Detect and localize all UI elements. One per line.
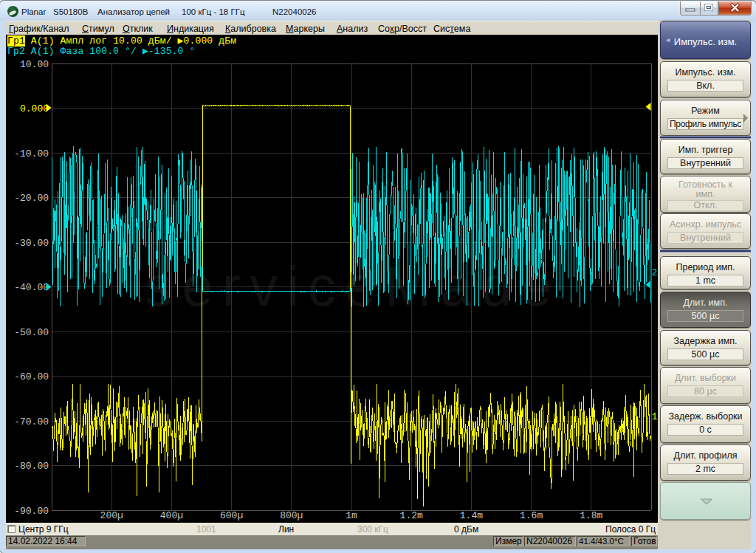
svg-text:1m: 1m xyxy=(346,510,357,521)
svg-text:10.00: 10.00 xyxy=(20,59,49,70)
svg-text:1.4m: 1.4m xyxy=(460,510,483,521)
svg-text:-40.00: -40.00 xyxy=(14,282,49,293)
svg-text:-70.00: -70.00 xyxy=(14,416,49,427)
svg-text:-60.00: -60.00 xyxy=(14,371,49,382)
svg-text:0.000: 0.000 xyxy=(20,103,49,114)
svg-text:-10.00: -10.00 xyxy=(14,148,49,159)
svg-text:1.8m: 1.8m xyxy=(580,510,602,521)
svg-text:-50.00: -50.00 xyxy=(14,327,49,338)
svg-text:200µ: 200µ xyxy=(100,510,123,521)
svg-text:1.6m: 1.6m xyxy=(520,510,543,521)
svg-text:1.2m: 1.2m xyxy=(400,510,423,521)
svg-text:-30.00: -30.00 xyxy=(14,238,49,249)
svg-text:2: 2 xyxy=(652,268,657,278)
svg-text:600µ: 600µ xyxy=(220,510,243,521)
svg-text:1: 1 xyxy=(652,412,657,422)
svg-text:-90.00: -90.00 xyxy=(14,506,49,517)
svg-text:800µ: 800µ xyxy=(280,510,303,521)
svg-text:-20.00: -20.00 xyxy=(14,193,49,204)
svg-text:-80.00: -80.00 xyxy=(14,461,49,472)
svg-text:400µ: 400µ xyxy=(160,510,183,521)
